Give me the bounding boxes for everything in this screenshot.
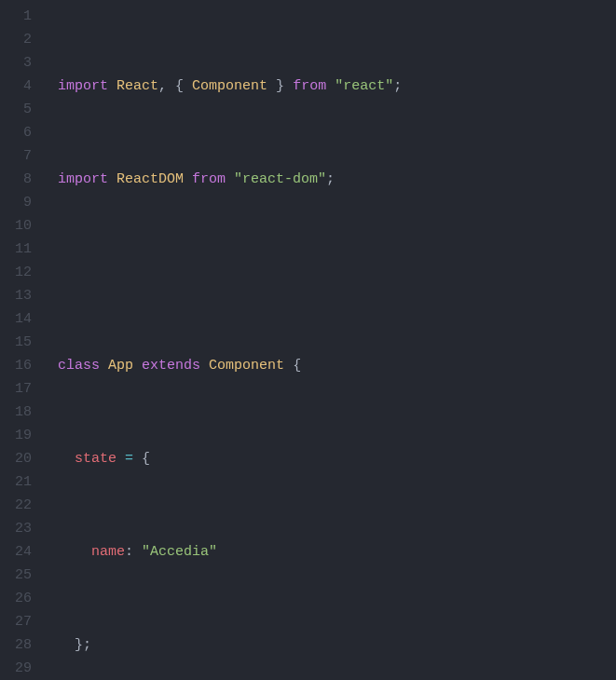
operator: =	[116, 451, 142, 467]
line-number: 21	[0, 470, 32, 494]
line-number: 14	[0, 307, 32, 331]
keyword: extends	[142, 358, 200, 374]
punct: {	[284, 358, 301, 374]
line-number: 18	[0, 401, 32, 424]
property: name	[91, 544, 125, 560]
keyword: import	[58, 78, 108, 94]
line-number: 15	[0, 331, 32, 354]
string: "Accedia"	[142, 544, 217, 560]
line-number: 25	[0, 564, 32, 587]
code-line[interactable]: name: "Accedia"	[41, 540, 616, 564]
line-number: 4	[0, 75, 32, 98]
punct: {	[142, 451, 150, 467]
code-line[interactable]	[41, 261, 616, 284]
line-number-gutter: 1 2 3 4 5 6 7 8 9 10 11 12 13 14 15 16 1…	[0, 0, 41, 680]
line-number: 6	[0, 121, 32, 144]
line-number: 1	[0, 5, 32, 28]
line-number: 3	[0, 51, 32, 75]
line-number: 7	[0, 144, 32, 168]
line-number: 8	[0, 168, 32, 191]
code-line[interactable]: import React, { Component } from "react"…	[41, 75, 616, 98]
code-line[interactable]: import ReactDOM from "react-dom";	[41, 168, 616, 191]
punct: {	[175, 78, 192, 94]
identifier: React	[116, 78, 158, 94]
keyword: class	[58, 358, 100, 374]
code-editor[interactable]: 1 2 3 4 5 6 7 8 9 10 11 12 13 14 15 16 1…	[0, 0, 616, 680]
string: "react"	[335, 78, 393, 94]
line-number: 23	[0, 517, 32, 540]
code-line[interactable]: class App extends Component {	[41, 354, 616, 377]
string: "react-dom"	[234, 171, 326, 187]
line-number: 24	[0, 540, 32, 564]
line-number: 12	[0, 261, 32, 284]
identifier: Component	[192, 78, 267, 94]
punct: ,	[158, 78, 175, 94]
punct: ;	[393, 78, 402, 94]
line-number: 27	[0, 610, 32, 633]
identifier: Component	[209, 358, 284, 374]
line-number: 19	[0, 424, 32, 447]
identifier: ReactDOM	[116, 171, 184, 187]
keyword: import	[58, 171, 108, 187]
line-number: 17	[0, 377, 32, 401]
line-number: 20	[0, 447, 32, 470]
line-number: 5	[0, 98, 32, 121]
line-number: 13	[0, 284, 32, 307]
line-number: 9	[0, 191, 32, 214]
identifier: App	[108, 358, 133, 374]
code-line[interactable]: state = {	[41, 447, 616, 470]
property: state	[75, 451, 116, 467]
line-number: 11	[0, 238, 32, 261]
line-number: 10	[0, 214, 32, 238]
punct: }	[267, 78, 284, 94]
line-number: 2	[0, 28, 32, 51]
line-number: 29	[0, 657, 32, 680]
keyword: from	[284, 78, 335, 94]
code-area[interactable]: import React, { Component } from "react"…	[41, 0, 616, 680]
punct: };	[75, 637, 91, 653]
line-number: 22	[0, 494, 32, 517]
punct: :	[125, 544, 142, 560]
line-number: 28	[0, 633, 32, 657]
line-number: 26	[0, 587, 32, 610]
line-number: 16	[0, 354, 32, 377]
code-line[interactable]: };	[41, 633, 616, 657]
punct: ;	[326, 171, 335, 187]
keyword: from	[184, 171, 234, 187]
